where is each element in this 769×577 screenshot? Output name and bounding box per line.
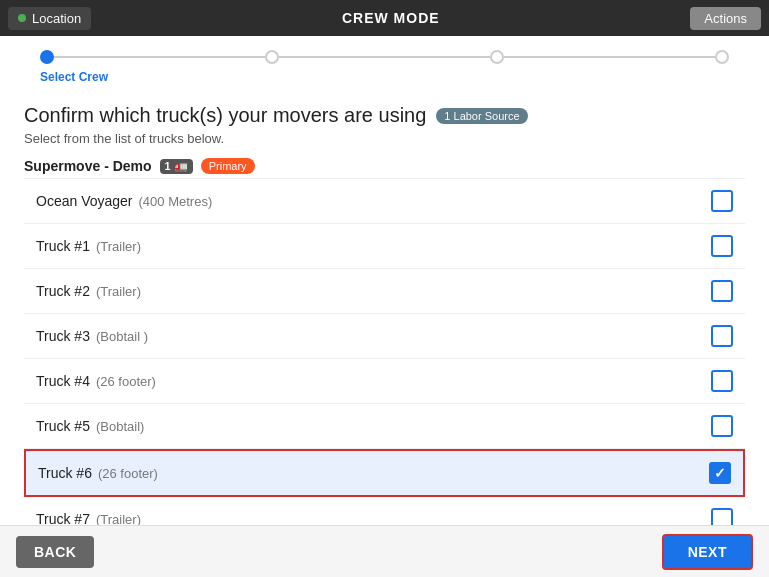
truck-label: Truck #1(Trailer) (36, 238, 141, 254)
step-3-circle (490, 50, 504, 64)
section-name: Supermove - Demo (24, 158, 152, 174)
header-title: CREW MODE (342, 10, 440, 26)
truck-checkbox[interactable] (711, 415, 733, 437)
truck-count-badge: 1 🚛 (160, 159, 193, 174)
active-step-label: Select Crew (40, 70, 108, 84)
truck-name: Truck #5 (36, 418, 90, 434)
truck-row[interactable]: Truck #3(Bobtail ) (24, 314, 745, 359)
truck-label: Truck #6(26 footer) (38, 465, 158, 481)
footer: BACK NEXT (0, 525, 769, 577)
truck-row[interactable]: Truck #1(Trailer) (24, 224, 745, 269)
truck-label: Truck #3(Bobtail ) (36, 328, 148, 344)
truck-row[interactable]: Truck #2(Trailer) (24, 269, 745, 314)
step-1-circle (40, 50, 54, 64)
truck-type: (26 footer) (98, 466, 158, 481)
stepper-bar (40, 50, 729, 64)
truck-row[interactable]: Truck #4(26 footer) (24, 359, 745, 404)
stepper: Select Crew (0, 36, 769, 90)
section-header: Supermove - Demo 1 🚛 Primary (24, 158, 745, 174)
step-line-1 (54, 56, 265, 58)
truck-checkbox[interactable] (711, 325, 733, 347)
location-button[interactable]: Location (8, 7, 91, 30)
truck-name: Truck #4 (36, 373, 90, 389)
app-header: Location CREW MODE Actions (0, 0, 769, 36)
main-panel: Confirm which truck(s) your movers are u… (0, 90, 769, 542)
truck-type: (Bobtail ) (96, 329, 148, 344)
truck-row[interactable]: Ocean Voyager(400 Metres) (24, 179, 745, 224)
truck-checkbox[interactable] (711, 280, 733, 302)
truck-name: Ocean Voyager (36, 193, 133, 209)
page-subtitle: Select from the list of trucks below. (24, 131, 745, 146)
truck-name: Truck #3 (36, 328, 90, 344)
truck-row[interactable]: Truck #5(Bobtail) (24, 404, 745, 449)
location-status-dot (18, 14, 26, 22)
truck-name: Truck #2 (36, 283, 90, 299)
truck-type: (Trailer) (96, 239, 141, 254)
location-label: Location (32, 11, 81, 26)
next-button[interactable]: NEXT (662, 534, 753, 570)
step-2-circle (265, 50, 279, 64)
truck-checkbox[interactable] (711, 235, 733, 257)
back-button[interactable]: BACK (16, 536, 94, 568)
truck-list: Ocean Voyager(400 Metres)Truck #1(Traile… (24, 178, 745, 542)
truck-checkbox[interactable] (711, 370, 733, 392)
truck-type: (26 footer) (96, 374, 156, 389)
truck-name: Truck #1 (36, 238, 90, 254)
truck-type: (400 Metres) (139, 194, 213, 209)
truck-checkbox[interactable] (709, 462, 731, 484)
truck-type: (Bobtail) (96, 419, 144, 434)
truck-row[interactable]: Truck #6(26 footer) (24, 449, 745, 497)
labor-source-badge: 1 Labor Source (436, 108, 527, 124)
step-line-2 (279, 56, 490, 58)
truck-label: Truck #5(Bobtail) (36, 418, 144, 434)
truck-label: Truck #2(Trailer) (36, 283, 141, 299)
page-title-row: Confirm which truck(s) your movers are u… (24, 104, 745, 127)
primary-badge: Primary (201, 158, 255, 174)
step-line-3 (504, 56, 715, 58)
page-title-text: Confirm which truck(s) your movers are u… (24, 104, 426, 127)
truck-count: 1 (165, 160, 171, 172)
truck-label: Truck #4(26 footer) (36, 373, 156, 389)
truck-label: Ocean Voyager(400 Metres) (36, 193, 212, 209)
truck-icon: 🚛 (174, 160, 188, 173)
main-content: Confirm which truck(s) your movers are u… (0, 90, 769, 570)
step-4-circle (715, 50, 729, 64)
truck-name: Truck #6 (38, 465, 92, 481)
actions-button[interactable]: Actions (690, 7, 761, 30)
truck-type: (Trailer) (96, 284, 141, 299)
truck-checkbox[interactable] (711, 190, 733, 212)
